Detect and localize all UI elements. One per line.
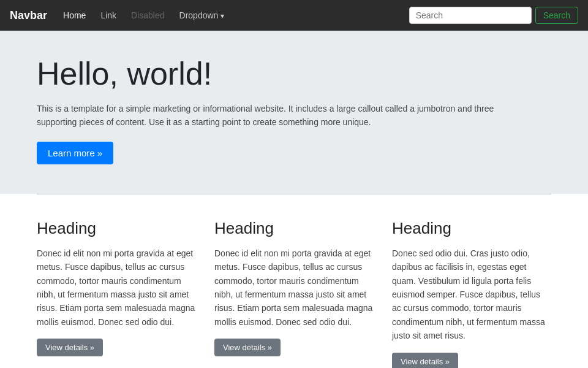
- navbar: Navbar Home Link Disabled Dropdown Searc…: [0, 0, 588, 31]
- nav-link-link[interactable]: Link: [94, 6, 123, 25]
- jumbotron: Hello, world! This is a template for a s…: [0, 31, 588, 194]
- nav-links: Home Link Disabled Dropdown: [57, 6, 409, 25]
- content-card-1: Heading Donec id elit non mi porta gravi…: [37, 219, 196, 368]
- nav-link-home[interactable]: Home: [57, 6, 92, 25]
- learn-more-button[interactable]: Learn more »: [37, 142, 113, 164]
- search-input[interactable]: [409, 7, 532, 24]
- content-grid: Heading Donec id elit non mi porta gravi…: [37, 219, 551, 368]
- search-button[interactable]: Search: [535, 7, 578, 24]
- card-1-view-details-button[interactable]: View details »: [37, 339, 103, 356]
- jumbotron-heading: Hello, world!: [37, 55, 551, 92]
- content-section: Heading Donec id elit non mi porta gravi…: [0, 194, 588, 368]
- nav-link-dropdown[interactable]: Dropdown: [173, 6, 230, 25]
- card-3-view-details-button[interactable]: View details »: [392, 353, 458, 368]
- card-1-body: Donec id elit non mi porta gravida at eg…: [37, 247, 196, 329]
- content-card-2: Heading Donec id elit non mi porta gravi…: [214, 219, 374, 368]
- card-1-heading: Heading: [37, 219, 196, 238]
- card-3-body: Donec sed odio dui. Cras justo odio, dap…: [392, 247, 551, 343]
- content-card-3: Heading Donec sed odio dui. Cras justo o…: [392, 219, 551, 368]
- card-2-body: Donec id elit non mi porta gravida at eg…: [214, 247, 374, 329]
- card-2-heading: Heading: [214, 219, 374, 238]
- nav-link-disabled: Disabled: [125, 6, 170, 25]
- navbar-search: Search: [409, 7, 578, 24]
- card-3-heading: Heading: [392, 219, 551, 238]
- navbar-brand[interactable]: Navbar: [10, 9, 47, 22]
- card-2-view-details-button[interactable]: View details »: [214, 339, 281, 356]
- jumbotron-description: This is a template for a simple marketin…: [37, 102, 496, 129]
